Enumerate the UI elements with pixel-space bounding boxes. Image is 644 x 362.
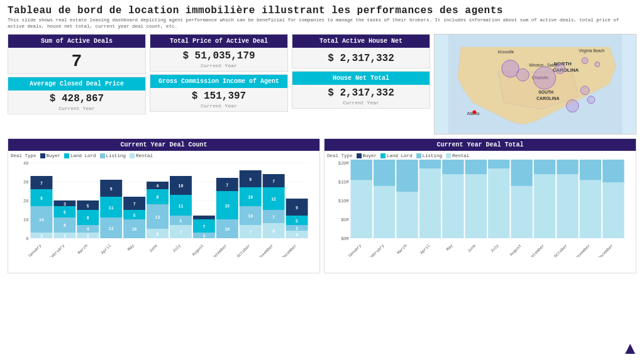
svg-rect-165 [465, 160, 487, 174]
gross-commission-value: $ 151,397 [150, 88, 287, 103]
svg-text:10: 10 [225, 228, 230, 232]
deal-total-title: Current Year Deal Total [325, 139, 636, 151]
svg-text:5: 5 [87, 204, 89, 208]
svg-rect-184 [557, 174, 578, 238]
svg-text:9: 9 [110, 187, 113, 191]
svg-text:Knoxville: Knoxville [498, 49, 514, 53]
svg-text:8: 8 [157, 195, 159, 200]
svg-text:7: 7 [203, 224, 205, 229]
svg-point-14 [582, 57, 588, 63]
svg-text:10: 10 [179, 184, 184, 189]
map-section: NORTH CAROLINA SOUTH CAROLINA Knoxville … [434, 34, 636, 134]
svg-rect-149 [396, 192, 418, 238]
listing-legend2: Listing [416, 153, 443, 158]
deal-count-legend: Deal Type Buyer Land Lord Listing Rental [11, 153, 317, 158]
svg-text:May: May [446, 243, 454, 251]
svg-text:8: 8 [87, 216, 89, 221]
svg-rect-160 [442, 160, 464, 174]
sum-active-deals-card: Sum of Active Deals 7 [8, 34, 146, 74]
svg-rect-144 [374, 185, 395, 238]
house-net-sub: Current Year [292, 100, 430, 108]
total-active-house-label: Total Active House Net [292, 35, 430, 48]
svg-text:12: 12 [271, 197, 276, 202]
total-active-house-card: Total Active House Net $ 2,317,332 [292, 34, 430, 69]
dashboard: Tableau de bord de location immobilière … [0, 0, 644, 362]
svg-text:3: 3 [64, 234, 66, 238]
svg-text:4: 4 [87, 228, 89, 232]
svg-rect-159 [442, 174, 464, 238]
svg-text:November: November [574, 243, 591, 257]
svg-rect-175 [511, 160, 532, 186]
map-svg: NORTH CAROLINA SOUTH CAROLINA Knoxville … [435, 35, 636, 134]
svg-rect-195 [602, 160, 624, 182]
svg-text:5: 5 [180, 219, 182, 223]
svg-rect-169 [488, 168, 509, 238]
svg-rect-93 [193, 216, 215, 219]
landlord-legend: Land Lord [64, 153, 96, 158]
svg-rect-190 [580, 160, 601, 180]
deal-count-chart: Current Year Deal Count Deal Type Buyer … [8, 138, 320, 273]
svg-marker-199 [625, 344, 635, 354]
svg-text:6: 6 [64, 211, 66, 215]
svg-text:7: 7 [226, 183, 228, 187]
total-price-label: Total Price of Active Deal [150, 35, 287, 48]
deal-total-chart: Current Year Deal Total Deal Type Buyer … [324, 138, 636, 273]
svg-text:7: 7 [249, 230, 252, 234]
svg-rect-145 [374, 160, 395, 186]
svg-text:8: 8 [64, 224, 66, 228]
svg-text:February: February [369, 243, 386, 257]
avg-closed-value: $ 428,867 [8, 90, 145, 106]
svg-text:10: 10 [23, 217, 28, 222]
svg-text:July: July [490, 243, 500, 253]
svg-point-18 [566, 99, 579, 112]
svg-text:March: March [77, 243, 89, 255]
svg-text:40: 40 [23, 161, 28, 166]
svg-text:10: 10 [248, 214, 253, 219]
svg-text:9: 9 [40, 196, 43, 200]
main-title: Tableau de bord de location immobilière … [8, 5, 636, 16]
svg-rect-185 [557, 160, 578, 174]
svg-text:3: 3 [64, 202, 66, 206]
deal-count-svg: 40302010031497January3863February3485Mar… [11, 160, 317, 257]
avg-closed-card: Average Closed Deal Price $ 428,867 Curr… [8, 77, 146, 114]
svg-rect-180 [534, 160, 555, 174]
svg-rect-194 [602, 182, 624, 238]
landlord-legend2: Land Lord [380, 153, 413, 158]
subtitle: This slide shows real estate leasing das… [8, 18, 636, 30]
svg-text:13: 13 [155, 215, 160, 219]
svg-text:7: 7 [180, 230, 182, 234]
svg-text:15: 15 [225, 204, 230, 208]
svg-rect-155 [419, 160, 441, 168]
svg-text:January: January [27, 243, 42, 257]
svg-text:Virginia Beach: Virginia Beach [579, 48, 605, 53]
charts-section: Current Year Deal Count Deal Type Buyer … [8, 138, 636, 273]
deal-count-title: Current Year Deal Count [8, 139, 319, 151]
house-net-label: House Net Total [292, 72, 430, 85]
total-price-card: Total Price of Active Deal $ 51,035,179 … [150, 34, 288, 72]
svg-text:August: August [509, 243, 523, 257]
svg-text:3: 3 [87, 234, 89, 238]
svg-text:8: 8 [272, 229, 275, 234]
svg-text:14: 14 [39, 218, 44, 222]
svg-text:April: April [100, 243, 112, 255]
svg-text:January: January [347, 243, 362, 257]
svg-text:9: 9 [249, 177, 252, 182]
svg-text:11: 11 [109, 206, 114, 210]
svg-text:4: 4 [157, 184, 159, 189]
svg-text:7: 7 [40, 181, 43, 185]
svg-text:3: 3 [40, 234, 43, 238]
svg-text:April: April [419, 243, 431, 255]
title-section: Tableau de bord de location immobilière … [8, 5, 636, 30]
top-section: Sum of Active Deals 7 Average Closed Dea… [8, 34, 636, 134]
svg-point-12 [533, 67, 556, 89]
listing-legend: Listing [100, 153, 126, 158]
svg-point-17 [587, 96, 595, 103]
svg-text:5: 5 [296, 219, 298, 223]
svg-text:$20M: $20M [338, 161, 349, 166]
svg-text:$15M: $15M [338, 180, 349, 185]
svg-text:September: September [209, 243, 228, 257]
svg-text:March: March [396, 243, 408, 255]
svg-text:10: 10 [132, 228, 137, 232]
svg-text:11: 11 [109, 226, 114, 231]
avg-closed-label: Average Closed Deal Price [8, 77, 145, 90]
